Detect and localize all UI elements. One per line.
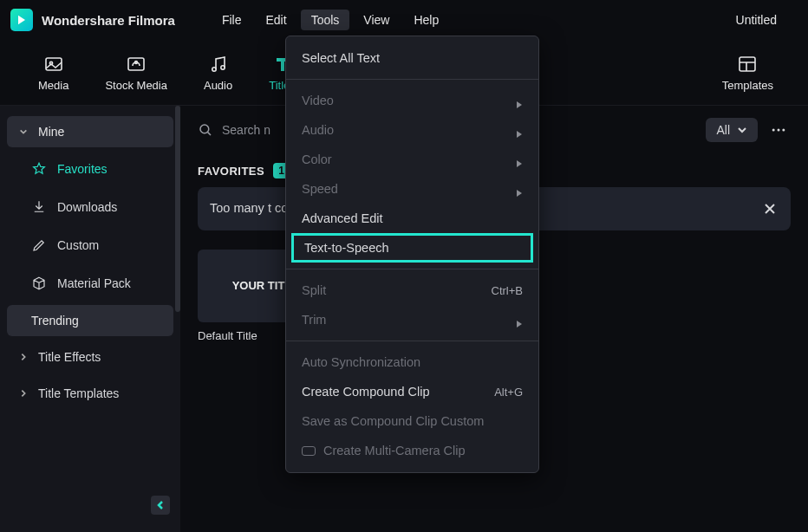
- menu-items: File Edit Tools View Help: [212, 10, 449, 30]
- chevron-right-icon: [19, 353, 28, 361]
- chevron-right-icon: [19, 389, 28, 398]
- menu-video-label: Video: [302, 94, 334, 107]
- svg-point-7: [200, 125, 209, 133]
- tab-templates[interactable]: Templates: [722, 54, 773, 92]
- sidebar: Mine Favorites Downloads Custom Material…: [0, 106, 180, 532]
- submenu-arrow-icon: [516, 97, 523, 104]
- menu-advanced-edit-label: Advanced Edit: [302, 211, 383, 225]
- sidebar-downloads-label: Downloads: [57, 200, 117, 214]
- menu-text-to-speech[interactable]: Text-to-Speech: [291, 233, 533, 263]
- tab-media[interactable]: Media: [38, 54, 68, 92]
- document-title: Untitled: [736, 13, 777, 27]
- menu-color[interactable]: Color: [286, 145, 538, 174]
- menu-speed[interactable]: Speed: [286, 174, 538, 204]
- menu-tools[interactable]: Tools: [301, 10, 350, 30]
- tab-audio-label: Audio: [204, 79, 232, 92]
- svg-point-9: [778, 129, 780, 132]
- menu-bar: Wondershare Filmora File Edit Tools View…: [0, 0, 808, 40]
- submenu-arrow-icon: [516, 156, 523, 163]
- templates-icon: [737, 54, 758, 75]
- tab-audio[interactable]: Audio: [204, 54, 232, 92]
- tab-stock-media[interactable]: Stock Media: [105, 54, 167, 92]
- submenu-arrow-icon: [516, 185, 523, 192]
- menu-save-compound-label: Save as Compound Clip Custom: [302, 414, 484, 428]
- tab-stock-media-label: Stock Media: [105, 79, 167, 92]
- brand-name: Wondershare Filmora: [42, 13, 175, 28]
- package-icon: [31, 276, 47, 291]
- submenu-arrow-icon: [516, 127, 523, 133]
- svg-point-8: [772, 129, 775, 132]
- media-icon: [43, 54, 64, 75]
- sidebar-favorites-label: Favorites: [57, 162, 108, 176]
- sidebar-trending-label: Trending: [31, 314, 79, 328]
- menu-create-compound-label: Create Compound Clip: [302, 385, 430, 399]
- sidebar-material-pack-label: Material Pack: [57, 276, 131, 290]
- menu-separator: [286, 79, 538, 80]
- close-icon: [763, 202, 777, 216]
- sidebar-item-favorites[interactable]: Favorites: [7, 152, 173, 185]
- menu-separator: [286, 269, 538, 269]
- stock-media-icon: [126, 54, 147, 75]
- sidebar-title-templates-label: Title Templates: [38, 386, 119, 400]
- star-icon: [31, 161, 47, 177]
- svg-point-5: [220, 65, 224, 68]
- menu-select-all-text-label: Select All Text: [302, 51, 380, 65]
- tab-templates-label: Templates: [722, 79, 773, 92]
- menu-separator: [286, 341, 538, 341]
- filter-label: All: [716, 123, 730, 137]
- menu-audio-label: Audio: [302, 123, 334, 137]
- menu-file[interactable]: File: [212, 10, 252, 30]
- collapse-sidebar-button[interactable]: [151, 496, 170, 515]
- menu-auto-sync[interactable]: Auto Synchronization: [286, 347, 538, 377]
- sidebar-item-material-pack[interactable]: Material Pack: [7, 267, 173, 300]
- menu-select-all-text[interactable]: Select All Text: [286, 43, 538, 73]
- favorites-title: FAVORITES: [198, 165, 264, 178]
- filmora-logo-icon: [15, 13, 29, 27]
- more-button[interactable]: [766, 118, 791, 142]
- tip-close-button[interactable]: [761, 200, 779, 217]
- menu-save-compound[interactable]: Save as Compound Clip Custom: [286, 406, 538, 436]
- chevron-down-icon: [737, 125, 747, 135]
- menu-create-compound[interactable]: Create Compound Clip Alt+G: [286, 377, 538, 406]
- menu-advanced-edit[interactable]: Advanced Edit: [286, 204, 538, 233]
- sidebar-item-downloads[interactable]: Downloads: [7, 191, 173, 224]
- svg-rect-6: [740, 57, 755, 71]
- menu-speed-label: Speed: [302, 182, 338, 196]
- sidebar-custom-label: Custom: [57, 238, 99, 252]
- menu-view[interactable]: View: [353, 10, 400, 30]
- menu-trim-label: Trim: [302, 313, 326, 327]
- menu-help[interactable]: Help: [403, 10, 449, 30]
- tab-media-label: Media: [38, 79, 68, 92]
- menu-trim[interactable]: Trim: [286, 305, 538, 334]
- sidebar-title-effects-label: Title Effects: [38, 350, 101, 364]
- menu-split-shortcut: Ctrl+B: [492, 284, 523, 297]
- menu-create-compound-shortcut: Alt+G: [494, 386, 523, 399]
- svg-point-10: [782, 129, 785, 132]
- audio-icon: [208, 54, 229, 75]
- menu-split-label: Split: [302, 283, 326, 297]
- menu-audio[interactable]: Audio: [286, 115, 538, 145]
- menu-multicamera[interactable]: Create Multi-Camera Clip: [286, 436, 538, 465]
- svg-point-4: [212, 67, 215, 70]
- search-icon: [198, 122, 213, 138]
- sidebar-mine-label: Mine: [38, 125, 64, 139]
- menu-video[interactable]: Video: [286, 86, 538, 115]
- submenu-arrow-icon: [516, 316, 523, 323]
- sidebar-item-trending[interactable]: Trending: [7, 305, 173, 336]
- menu-edit[interactable]: Edit: [256, 10, 297, 30]
- sidebar-item-mine[interactable]: Mine: [7, 116, 173, 147]
- pencil-icon: [31, 237, 47, 253]
- sidebar-item-title-effects[interactable]: Title Effects: [7, 341, 173, 373]
- sidebar-item-title-templates[interactable]: Title Templates: [7, 378, 173, 409]
- app-logo: [10, 9, 33, 31]
- more-horizontal-icon: [770, 121, 787, 139]
- download-icon: [31, 199, 47, 215]
- menu-text-to-speech-label: Text-to-Speech: [304, 241, 389, 255]
- tools-dropdown: Select All Text Video Audio Color Speed …: [285, 36, 539, 473]
- multicamera-icon: [302, 446, 316, 456]
- menu-auto-sync-label: Auto Synchronization: [302, 355, 420, 369]
- filter-dropdown[interactable]: All: [706, 118, 758, 142]
- menu-split[interactable]: Split Ctrl+B: [286, 276, 538, 305]
- menu-color-label: Color: [302, 152, 332, 166]
- sidebar-item-custom[interactable]: Custom: [7, 229, 173, 262]
